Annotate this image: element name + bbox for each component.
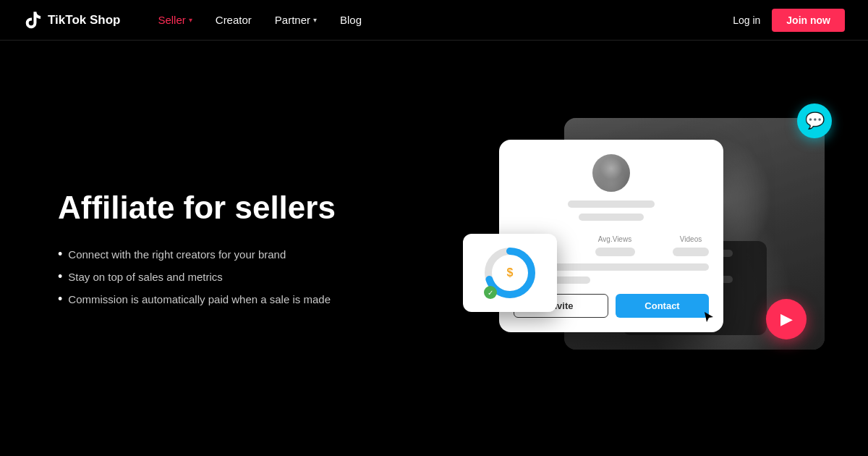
chat-icon: 💬 bbox=[805, 111, 825, 130]
videos-label: Videos bbox=[680, 235, 702, 243]
join-button[interactable]: Join now bbox=[772, 9, 845, 32]
login-button[interactable]: Log in bbox=[733, 14, 760, 26]
donut-dollar-icon: $ bbox=[507, 267, 514, 279]
navbar: TikTok Shop Seller ▾ Creator Partner ▾ B… bbox=[0, 0, 868, 41]
nav-links: Seller ▾ Creator Partner ▾ Blog bbox=[149, 9, 733, 30]
hero-bullets: Connect with the right creators for your… bbox=[58, 247, 405, 307]
hero-section: Affiliate for sellers Connect with the r… bbox=[0, 41, 868, 456]
nav-actions: Log in Join now bbox=[733, 9, 845, 32]
bullet-3: Commission is automatically paid when a … bbox=[58, 292, 405, 307]
chat-bubble: 💬 bbox=[797, 104, 832, 138]
nav-blog[interactable]: Blog bbox=[331, 9, 370, 30]
play-button[interactable]: ▶ bbox=[766, 299, 807, 339]
handle-skeleton bbox=[579, 214, 644, 221]
name-skeleton bbox=[568, 200, 655, 208]
avgviews-label: Avg.Views bbox=[598, 235, 631, 243]
avatar bbox=[592, 154, 630, 192]
partner-chevron-icon: ▾ bbox=[313, 16, 317, 24]
avgviews-bar bbox=[595, 248, 635, 256]
hero-content: Affiliate for sellers Connect with the r… bbox=[58, 190, 405, 307]
logo-text: TikTok Shop bbox=[48, 13, 120, 28]
logo[interactable]: TikTok Shop bbox=[23, 10, 120, 30]
stat-videos: Videos bbox=[673, 235, 709, 256]
chart-card: $ ✓ bbox=[463, 234, 557, 312]
donut-chart: $ ✓ bbox=[481, 244, 539, 302]
nav-partner[interactable]: Partner ▾ bbox=[266, 9, 326, 30]
profile-section bbox=[514, 154, 709, 224]
bullet-2: Stay on top of sales and metrics bbox=[58, 269, 405, 284]
nav-creator[interactable]: Creator bbox=[207, 9, 260, 30]
bullet-1: Connect with the right creators for your… bbox=[58, 247, 405, 262]
contact-button[interactable]: Contact bbox=[616, 294, 709, 318]
hero-illustration: Followers Avg.Views Videos Invite bbox=[463, 96, 825, 400]
check-icon: ✓ bbox=[484, 286, 497, 299]
nav-seller[interactable]: Seller ▾ bbox=[149, 9, 200, 30]
videos-bar bbox=[673, 248, 709, 256]
seller-chevron-icon: ▾ bbox=[189, 16, 192, 24]
avatar-image bbox=[592, 154, 630, 192]
cursor-icon bbox=[702, 311, 716, 325]
tiktok-logo-icon bbox=[23, 10, 43, 30]
stat-avgviews: Avg.Views bbox=[595, 235, 635, 256]
play-icon: ▶ bbox=[780, 310, 793, 329]
hero-title: Affiliate for sellers bbox=[58, 190, 405, 227]
donut-center: $ bbox=[507, 267, 514, 279]
